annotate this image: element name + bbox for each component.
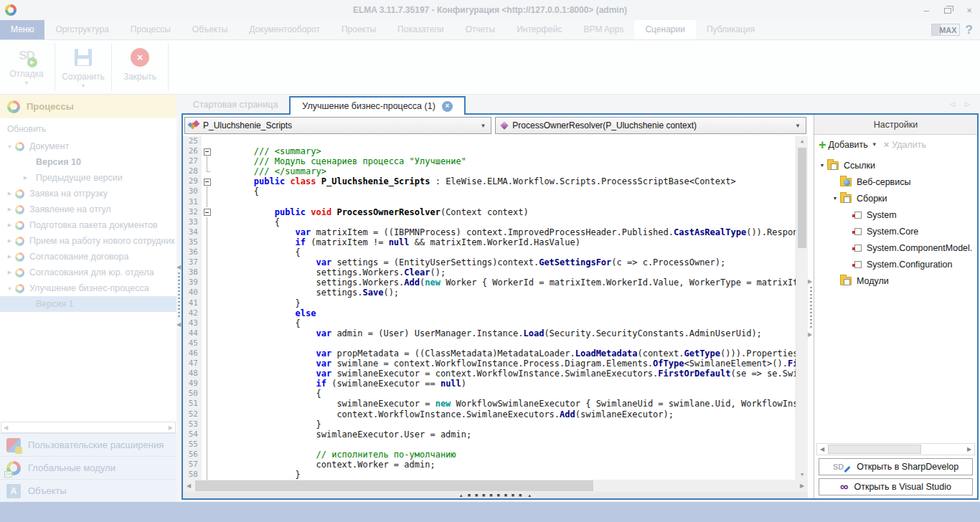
expander-closed-icon[interactable]: ▶ (20, 175, 31, 181)
code-line[interactable]: 41 } (183, 298, 796, 308)
scroll-left-icon[interactable]: ◀ (817, 444, 827, 455)
code-line[interactable]: 48 var swimlaneExecutor = context.Workfl… (183, 369, 796, 379)
code-vscrollbar[interactable]: ▲ ▼ (796, 136, 808, 480)
fold-toggle-icon[interactable] (202, 146, 212, 156)
code-line[interactable]: 52 context.WorkflowInstance.SwimlaneExec… (183, 409, 796, 419)
code-editor[interactable]: 2526 /// <summary>27 /// Модуль сценарие… (183, 136, 808, 480)
scroll-right-icon[interactable]: ▶ (964, 444, 974, 455)
collapse-left-icon[interactable]: ◀ (176, 321, 181, 328)
process-tree-item[interactable]: ▶Согласование договора (0, 249, 176, 265)
ribbon-tab-документооборот[interactable]: Документооборот (238, 20, 331, 39)
process-tree-item[interactable]: ▶Подготовка пакета документов (0, 217, 176, 233)
left-panel-splitter[interactable]: ◀ ◀ (176, 95, 182, 502)
code-line[interactable]: 49 if (swimlaneExecutor == null) (183, 379, 796, 389)
tab-process-script[interactable]: Улучшение бизнес-процесса (1) × (289, 96, 465, 115)
collapse-left-icon[interactable]: ◀ (176, 264, 181, 270)
code-line[interactable]: 28 /// </summary> (183, 166, 796, 176)
code-line[interactable]: 36 { (183, 247, 796, 257)
expander-closed-icon[interactable]: ▶ (4, 222, 15, 228)
reference-tree-item[interactable]: System.ComponentModel. (814, 239, 977, 256)
reference-tree-item[interactable]: System (814, 207, 977, 223)
delete-reference-button[interactable]: × Удалить (884, 139, 926, 150)
scroll-left-icon[interactable]: ◀ (183, 480, 194, 492)
code-line[interactable]: 50 { (183, 389, 796, 399)
expander-open-icon[interactable]: ▼ (4, 144, 15, 149)
reference-tree-item[interactable]: ▼Ссылки (814, 157, 977, 174)
class-combobox[interactable]: P_Uluchshenie_Scripts ▼ (184, 117, 491, 134)
settings-panel-splitter[interactable]: ▶ ▶ (808, 115, 814, 498)
fold-toggle-icon[interactable] (202, 207, 212, 217)
scroll-right-icon[interactable]: ▶ (166, 424, 175, 431)
bottom-splitter-handle[interactable]: ▲ ■ ■ ■ ■ ■ ■ ■ ■ ▲ (183, 492, 808, 498)
code-line[interactable]: 53 } (183, 419, 796, 430)
save-dropdown-caret[interactable]: ▼ (81, 83, 86, 88)
ribbon-tab-меню[interactable]: Меню (0, 20, 44, 39)
ribbon-tab-публикация[interactable]: Публикация (696, 20, 765, 39)
code-line[interactable]: 34 var matrixItem = ((IBPMNProcess) cont… (183, 227, 796, 237)
collapse-right-icon[interactable]: ▶ (808, 278, 812, 285)
code-line[interactable]: 35 if (matrixItem != null && matrixItem.… (183, 237, 796, 247)
code-line[interactable]: 47 var swimlane = context.WorkflowInstan… (183, 359, 796, 369)
open-in-sharpdevelop-button[interactable]: SD Открыть в SharpDevelop (819, 458, 973, 475)
panel-item-globalmod[interactable]: C#Глобальные модули (0, 456, 176, 479)
expander-closed-icon[interactable]: ▶ (4, 207, 15, 212)
reference-tree-item[interactable]: ▼Сборки (814, 190, 977, 207)
close-document-button[interactable]: × Закрыть (116, 40, 164, 94)
code-line[interactable]: 26 /// <summary> (183, 146, 796, 156)
ribbon-tab-оргструктура[interactable]: Оргструктура (44, 20, 119, 39)
help-icon[interactable]: ? (966, 23, 973, 37)
chevron-down-icon[interactable]: ▼ (795, 123, 801, 129)
process-tree-item[interactable]: ▶Предыдущие версии (0, 170, 176, 186)
expander-open-icon[interactable]: ▼ (830, 196, 840, 201)
debug-dropdown-caret[interactable]: ▼ (24, 80, 29, 85)
code-line[interactable]: 43 { (183, 318, 796, 328)
expander-closed-icon[interactable]: ▶ (4, 254, 15, 260)
reference-tree-item[interactable]: System.Configuration (814, 256, 977, 272)
code-line[interactable]: 56 // исполнитель по-умолчанию (183, 450, 796, 460)
code-line[interactable]: 31 (183, 197, 796, 207)
method-combobox[interactable]: ProcessOwnerResolver(P_Uluchshenie conte… (495, 117, 806, 134)
splitter-grip[interactable] (178, 272, 180, 318)
ribbon-tab-отчеты[interactable]: Отчеты (455, 20, 506, 39)
process-tree-item[interactable]: Версия 1 (0, 296, 176, 312)
debug-button[interactable]: SD▶ Отладка ▼ (3, 40, 50, 94)
reference-tree-item[interactable]: Модули (814, 272, 977, 289)
process-tree-item[interactable]: ▶Прием на работу нового сотрудник (0, 233, 176, 249)
process-tree-hscrollbar[interactable]: ◀ ▶ (1, 422, 176, 433)
collapse-right-icon[interactable]: ▶ (808, 331, 812, 338)
scroll-left-icon[interactable]: ◀ (1, 424, 10, 431)
open-in-visualstudio-button[interactable]: ∞ Открыть в Visual Studio (819, 478, 973, 495)
ribbon-tab-объекты[interactable]: Объекты (182, 20, 239, 39)
vscroll-thumb[interactable] (798, 148, 806, 248)
tab-scroll-arrows[interactable]: ◁ ▷ (950, 100, 980, 108)
scroll-right-icon[interactable]: ▶ (796, 480, 808, 492)
tab-close-icon[interactable]: × (442, 101, 453, 112)
code-line[interactable]: 40 settings.Save(); (183, 288, 796, 298)
expander-closed-icon[interactable]: ▶ (4, 270, 15, 275)
expander-open-icon[interactable]: ▼ (4, 286, 15, 291)
close-window-button[interactable]: × (958, 2, 980, 18)
add-reference-button[interactable]: + Добавить (819, 140, 868, 150)
code-line[interactable]: 37 var settings = (EntityUserSettings)co… (183, 257, 796, 267)
fold-toggle-icon[interactable] (202, 176, 212, 186)
splitter-grip[interactable] (810, 287, 812, 328)
code-line[interactable]: 57 context.Worker = admin; (183, 460, 796, 470)
code-line[interactable]: 25 (183, 136, 796, 146)
scroll-up-icon[interactable]: ▲ (796, 138, 808, 144)
refresh-link[interactable]: Обновить (0, 118, 176, 137)
code-line[interactable]: 44 var admin = (User) UserManager.Instan… (183, 328, 796, 338)
tab-start-page[interactable]: Стартовая страница (182, 96, 289, 113)
add-dropdown-caret[interactable]: ▼ (872, 141, 877, 148)
code-line[interactable]: 51 swimlaneExecutor = new WorkflowSwimla… (183, 399, 796, 409)
reference-tree-item[interactable]: System.Core (814, 223, 977, 239)
code-line[interactable]: 38 settings.Workers.Clear(); (183, 267, 796, 277)
hscroll-thumb[interactable] (828, 445, 921, 454)
expander-closed-icon[interactable]: ▶ (4, 191, 15, 196)
ribbon-tab-проекты[interactable]: Проекты (331, 20, 387, 39)
process-tree-item[interactable]: ▶Заявка на отгрузку (0, 186, 176, 201)
code-line[interactable]: 27 /// Модуль сценариев процесса "Улучше… (183, 156, 796, 166)
save-button[interactable]: Сохранить ▼ (60, 40, 107, 94)
ribbon-tab-сценарии[interactable]: Сценарии (634, 20, 695, 39)
ribbon-tab-показатели[interactable]: Показатели (387, 20, 455, 39)
process-tree-item[interactable]: ▼Улучшение бизнес-процесса (0, 280, 176, 296)
